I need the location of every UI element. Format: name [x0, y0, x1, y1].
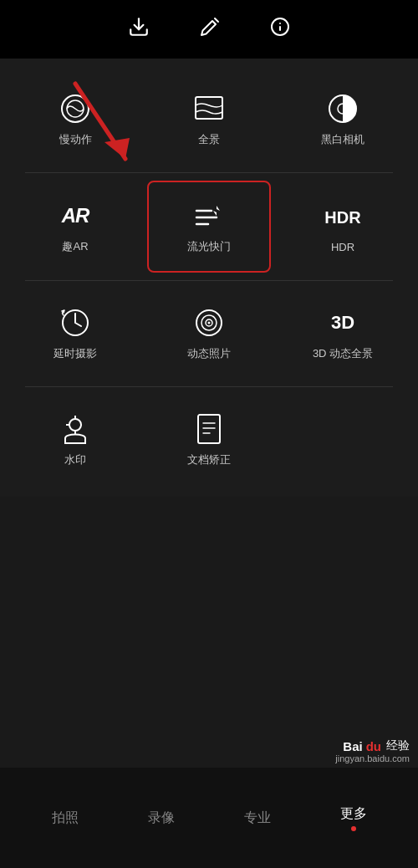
nav-pro[interactable]: 专业	[232, 801, 283, 835]
mode-watermark[interactable]: 水印	[8, 391, 142, 488]
watermark-icon	[60, 412, 90, 446]
bw-icon	[327, 92, 359, 125]
mode-panorama[interactable]: 全景	[142, 71, 276, 168]
baidu-suffix: 经验	[386, 738, 410, 753]
nav-photo-label: 拍照	[52, 810, 79, 825]
edit-icon[interactable]	[200, 17, 220, 42]
separator-1	[25, 172, 393, 173]
watermark-label: 水印	[64, 452, 86, 467]
slow-motion-label: 慢动作	[59, 132, 92, 147]
mode-hdr[interactable]: HDR HDR	[276, 180, 410, 274]
svg-point-20	[69, 419, 81, 431]
mode-row-1: 慢动作 全景 黑白相机	[8, 71, 410, 168]
baidu-text-white: Bai	[343, 739, 362, 753]
nav-video-label: 录像	[148, 810, 175, 825]
active-dot	[351, 826, 356, 831]
hdr-icon: HDR	[324, 201, 360, 234]
3d-panorama-label: 3D 动态全景	[313, 346, 373, 361]
svg-point-19	[208, 322, 211, 324]
3d-panorama-icon: 3D	[331, 306, 354, 340]
nav-more-label: 更多	[340, 806, 367, 820]
nav-pro-label: 专业	[244, 810, 271, 825]
nav-photo[interactable]: 拍照	[39, 801, 91, 835]
slow-motion-icon	[59, 92, 92, 125]
mode-light-flow[interactable]: 流光快门	[147, 181, 271, 273]
bw-camera-label: 黑白相机	[321, 132, 364, 147]
baidu-text-red: du	[366, 739, 381, 753]
mode-row-2: AR 趣AR 流光快门 HDR HDR	[8, 177, 410, 276]
svg-line-1	[215, 18, 218, 22]
mode-row-3: 延时摄影 动态照片 3D 3D 动态全景	[8, 285, 410, 382]
timelapse-icon	[59, 306, 91, 340]
mode-3d-panorama[interactable]: 3D 3D 动态全景	[276, 285, 410, 382]
mode-slow-motion[interactable]: 慢动作	[8, 71, 142, 168]
baidu-logo: Baidu 经验	[343, 738, 410, 753]
separator-2	[25, 280, 393, 281]
mode-dynamic-photo[interactable]: 动态照片	[142, 285, 276, 382]
info-icon[interactable]	[270, 17, 290, 42]
ar-label: 趣AR	[62, 239, 88, 254]
baidu-subtitle: jingyan.baidu.com	[335, 753, 410, 763]
mode-timelapse[interactable]: 延时摄影	[8, 285, 142, 382]
hdr-label: HDR	[331, 241, 354, 253]
light-flow-icon	[193, 199, 225, 232]
dynamic-photo-icon	[193, 306, 225, 340]
mode-empty	[276, 391, 410, 488]
top-bar	[0, 0, 418, 59]
nav-more[interactable]: 更多	[328, 797, 380, 840]
ar-icon: AR	[62, 199, 89, 232]
download-icon[interactable]	[128, 16, 150, 43]
nav-video[interactable]: 录像	[135, 801, 187, 835]
bottom-nav: 拍照 录像 专业 更多	[0, 768, 418, 868]
timelapse-label: 延时摄影	[54, 346, 97, 361]
light-flow-label: 流光快门	[187, 239, 231, 254]
main-content: 慢动作 全景 黑白相机	[0, 59, 418, 497]
svg-rect-24	[198, 415, 220, 443]
mode-row-4: 水印 文档矫正	[8, 391, 410, 488]
separator-3	[25, 386, 393, 387]
mode-bw-camera[interactable]: 黑白相机	[276, 71, 410, 168]
svg-rect-9	[196, 97, 222, 119]
dynamic-photo-label: 动态照片	[187, 346, 231, 361]
document-label: 文档矫正	[187, 452, 231, 467]
mode-ar[interactable]: AR 趣AR	[8, 178, 142, 275]
document-icon	[195, 412, 223, 446]
mode-document[interactable]: 文档矫正	[142, 391, 276, 488]
baidu-watermark: Baidu 经验 jingyan.baidu.com	[335, 738, 410, 763]
panorama-label: 全景	[198, 132, 220, 147]
panorama-icon	[192, 92, 226, 125]
